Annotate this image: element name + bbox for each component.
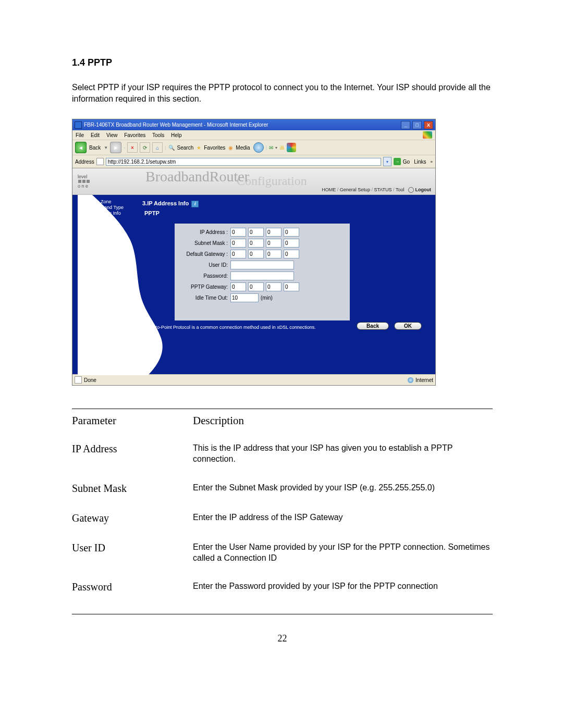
label-pptp-gateway: PPTP Gateway: xyxy=(180,284,230,290)
logout-icon[interactable] xyxy=(408,187,414,193)
parameter-table: Parameter Description IP Address This is… xyxy=(72,414,493,600)
gw-octet4[interactable] xyxy=(284,250,299,258)
address-bar: Address ▾ → Go Links » xyxy=(72,155,435,168)
home-icon[interactable]: ⌂ xyxy=(152,142,163,153)
subnet-octet2[interactable] xyxy=(248,239,264,248)
crumb-tool[interactable]: Tool xyxy=(396,187,405,192)
separator xyxy=(72,409,493,409)
page-icon xyxy=(75,376,82,384)
param-desc: Enter the Subnet Mask provided by your I… xyxy=(193,483,493,512)
ip-octet2[interactable] xyxy=(248,228,264,237)
favorites-icon[interactable]: ★ xyxy=(197,143,201,152)
router-content: 3.IP Address Info i PPTP IP Address : xyxy=(128,195,435,374)
status-done: Done xyxy=(84,377,96,383)
mail-icon[interactable]: ✉ xyxy=(269,143,273,152)
refresh-icon[interactable]: ⟳ xyxy=(140,142,150,153)
address-dropdown-icon[interactable]: ▾ xyxy=(383,157,391,166)
menu-tools[interactable]: Tools xyxy=(152,132,164,138)
menu-help[interactable]: Help xyxy=(171,132,182,138)
forward-icon[interactable]: ► xyxy=(110,142,121,153)
hint-text: Point-to-Point Protocol is a common conn… xyxy=(143,325,316,330)
section-title: 3.IP Address Info xyxy=(142,200,189,206)
toolbar: ◄ Back ▼ ► · × ⟳ ⌂ | 🔍 Search ★ Favorite… xyxy=(72,140,435,155)
print-icon[interactable]: 🖶 xyxy=(279,143,285,152)
crumb-home[interactable]: HOME xyxy=(322,187,336,192)
minimize-button[interactable]: _ xyxy=(401,121,410,129)
close-button[interactable]: X xyxy=(424,121,433,129)
history-icon[interactable] xyxy=(253,142,264,153)
gw-octet2[interactable] xyxy=(248,250,264,258)
window-title: FBR-1406TX Broadband Router Web Manageme… xyxy=(84,122,268,128)
titlebar: FBR-1406TX Broadband Router Web Manageme… xyxy=(72,119,435,130)
menu-favorites[interactable]: Favorites xyxy=(124,132,145,138)
status-bar: Done Internet xyxy=(72,374,435,385)
breadcrumb: HOME / General Setup / STATUS / Tool Log… xyxy=(322,187,431,193)
label-idle-timeout: Idle Time Out: xyxy=(180,295,230,301)
param-name: Password xyxy=(72,581,193,600)
status-zone: Internet xyxy=(415,377,433,383)
param-desc: Enter the IP address of the ISP Gateway xyxy=(193,512,493,542)
crumb-general-setup[interactable]: General Setup xyxy=(340,187,370,192)
page-icon xyxy=(96,158,104,165)
search-label[interactable]: Search xyxy=(177,145,194,151)
menu-edit[interactable]: Edit xyxy=(91,132,100,138)
param-desc: Enter the Password provided by your ISP … xyxy=(193,581,493,600)
sub-heading-pptp: PPTP xyxy=(144,210,435,216)
menu-view[interactable]: View xyxy=(106,132,118,138)
crumb-logout[interactable]: Logout xyxy=(415,187,432,192)
sidebar-item-ipaddress[interactable]: 3. IP Address Info xyxy=(78,211,128,216)
messenger-icon[interactable] xyxy=(287,143,296,152)
gw-octet3[interactable] xyxy=(266,250,282,258)
ok-button[interactable]: OK xyxy=(394,322,422,330)
router-header: level o n e BroadbandRouter Configuratio… xyxy=(72,168,435,195)
ip-octet3[interactable] xyxy=(266,228,282,237)
pptp-octet2[interactable] xyxy=(248,282,264,291)
param-name: Subnet Mask xyxy=(72,483,193,512)
header-parameter: Parameter xyxy=(72,414,193,443)
userid-input[interactable] xyxy=(230,261,294,269)
search-icon[interactable]: 🔍 xyxy=(168,143,175,152)
stop-icon[interactable]: × xyxy=(127,142,138,153)
subnet-octet3[interactable] xyxy=(266,239,282,248)
gw-octet1[interactable] xyxy=(230,250,246,258)
circle-icon xyxy=(78,205,82,210)
windows-flag-icon xyxy=(423,131,432,139)
back-button[interactable]: Back xyxy=(357,322,389,330)
back-icon[interactable]: ◄ xyxy=(75,142,87,153)
header-description: Description xyxy=(193,414,493,443)
pptp-octet4[interactable] xyxy=(284,282,299,291)
media-icon[interactable]: ◉ xyxy=(228,143,233,152)
go-label[interactable]: Go xyxy=(403,159,410,165)
ip-octet4[interactable] xyxy=(284,228,299,237)
sidebar-item-timezone[interactable]: 1. Time Zone xyxy=(78,199,128,204)
sidebar-item-broadband[interactable]: 2. Broadband Type xyxy=(78,205,128,210)
password-input[interactable] xyxy=(230,272,294,280)
crumb-status[interactable]: STATUS xyxy=(374,187,391,192)
page-number: 22 xyxy=(72,633,493,644)
pptp-octet1[interactable] xyxy=(230,282,246,291)
idle-timeout-input[interactable] xyxy=(230,293,259,302)
pptp-octet3[interactable] xyxy=(266,282,282,291)
param-name: User ID xyxy=(72,542,193,582)
menu-file[interactable]: File xyxy=(76,132,84,138)
go-icon[interactable]: → xyxy=(394,158,401,165)
favorites-label[interactable]: Favorites xyxy=(204,145,225,151)
address-label: Address xyxy=(75,159,94,165)
router-title: BroadbandRouter Configuration xyxy=(145,168,249,185)
param-name: IP Address xyxy=(72,443,193,483)
ie-icon xyxy=(75,121,82,129)
subnet-octet1[interactable] xyxy=(230,239,246,248)
info-icon[interactable]: i xyxy=(191,201,199,207)
ip-octet1[interactable] xyxy=(230,228,246,237)
media-label[interactable]: Media xyxy=(236,145,250,151)
page-viewport: level o n e BroadbandRouter Configuratio… xyxy=(72,168,435,374)
param-name: Gateway xyxy=(72,512,193,542)
label-ipaddress: IP Address : xyxy=(180,229,230,235)
back-label[interactable]: Back xyxy=(89,145,101,151)
maximize-button[interactable]: □ xyxy=(412,121,422,129)
subnet-octet4[interactable] xyxy=(284,239,299,248)
links-label[interactable]: Links xyxy=(412,159,428,165)
label-userid: User ID: xyxy=(180,262,230,268)
address-input[interactable] xyxy=(106,158,381,166)
idle-unit: (min) xyxy=(261,295,273,301)
